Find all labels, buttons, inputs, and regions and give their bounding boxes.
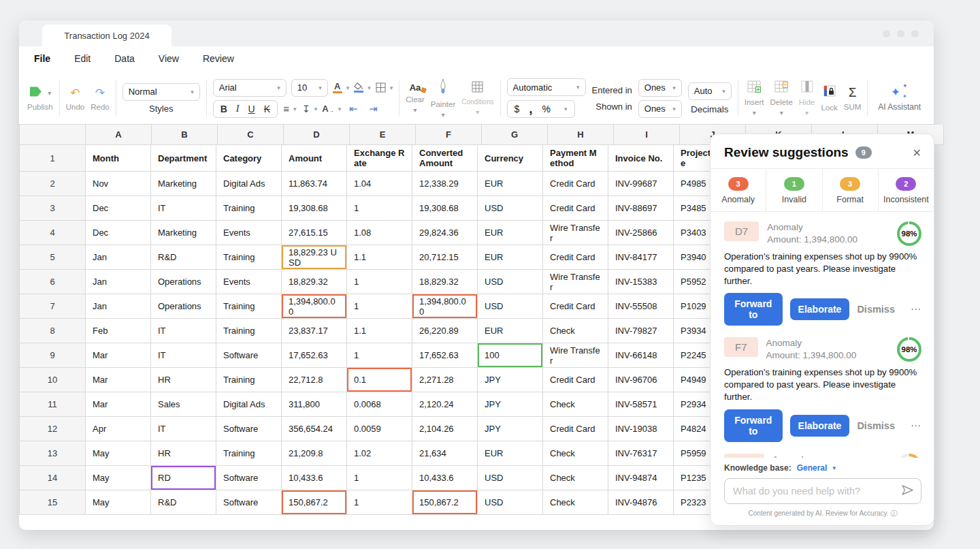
cell-A4[interactable]: Dec <box>86 221 151 245</box>
knowledge-base-select[interactable]: General <box>797 463 828 473</box>
cell-I6[interactable]: INV-15383 <box>608 270 674 294</box>
publish-button[interactable]: ▾ Publish <box>27 86 53 111</box>
cell-B14[interactable]: RD <box>151 466 216 490</box>
tab-format[interactable]: 3Format <box>823 169 879 211</box>
col-header-H[interactable]: H <box>548 125 614 145</box>
entered-in-select[interactable]: Ones ▾ <box>638 79 682 97</box>
cell-E2[interactable]: 1.04 <box>347 172 412 196</box>
cell-F15[interactable]: 150,867.2 <box>412 490 478 515</box>
cell-E7[interactable]: 1 <box>347 294 412 319</box>
cell-H10[interactable]: Credit Card <box>543 368 608 392</box>
cell-B8[interactable]: IT <box>151 319 216 343</box>
cell-D11[interactable]: 311,800 <box>282 392 347 417</box>
cell-I1[interactable]: Invoice No. <box>608 145 674 172</box>
increase-indent-button[interactable]: ⇥ <box>365 101 380 116</box>
borders-button[interactable]: ▾ <box>376 80 393 95</box>
dismiss-button[interactable]: Dismiss <box>857 420 895 431</box>
cell-H1[interactable]: Payment Method <box>543 145 608 172</box>
cell-reference-chip[interactable]: D7 <box>724 221 759 241</box>
cell-E9[interactable]: 1 <box>347 343 412 368</box>
cell-A9[interactable]: Mar <box>86 343 151 368</box>
row-number-11[interactable]: 11 <box>20 392 86 417</box>
insert-button[interactable]: Insert ▾ <box>745 80 764 116</box>
font-color-button[interactable]: A ▾ <box>333 80 350 95</box>
font-size-select[interactable]: 10 ▾ <box>291 79 328 97</box>
corner-cell[interactable] <box>20 125 86 145</box>
cell-F12[interactable]: 2,104.26 <box>412 417 478 441</box>
cell-G4[interactable]: EUR <box>478 221 543 245</box>
cell-G12[interactable]: JPY <box>478 417 543 441</box>
currency-format-button[interactable]: $ <box>514 104 520 114</box>
cell-D3[interactable]: 19,308.68 <box>282 196 347 221</box>
elaborate-button[interactable]: Elaborate <box>790 415 850 437</box>
col-header-E[interactable]: E <box>350 125 416 145</box>
row-number-3[interactable]: 3 <box>20 196 86 221</box>
cell-B4[interactable]: Marketing <box>151 221 216 245</box>
cell-I7[interactable]: INV-55508 <box>608 294 674 319</box>
delete-button[interactable]: Delete ▾ <box>770 80 793 116</box>
hide-button[interactable]: Hide ▾ <box>799 80 815 116</box>
cell-H11[interactable]: Check <box>543 392 608 417</box>
cell-H3[interactable]: Credit Card <box>543 196 608 221</box>
cell-D15[interactable]: 150,867.2 <box>282 490 347 515</box>
cell-I5[interactable]: INV-84177 <box>608 245 674 270</box>
more-options-icon[interactable]: ⋯ <box>911 420 921 432</box>
cell-G10[interactable]: JPY <box>478 368 543 392</box>
cell-I12[interactable]: INV-19038 <box>608 417 674 441</box>
cell-H2[interactable]: Credit Card <box>543 172 608 196</box>
cell-F4[interactable]: 29,824.36 <box>412 221 478 245</box>
shown-in-select[interactable]: Ones ▾ <box>638 100 682 118</box>
cell-D4[interactable]: 27,615.15 <box>282 221 347 245</box>
percent-format-button[interactable]: % <box>542 104 551 114</box>
cell-C9[interactable]: Software <box>216 343 282 368</box>
send-icon[interactable] <box>901 484 914 499</box>
comma-format-button[interactable]: , <box>529 106 532 112</box>
cell-B7[interactable]: Operations <box>151 294 216 319</box>
cell-I4[interactable]: INV-25866 <box>608 221 674 245</box>
menu-data[interactable]: Data <box>114 53 135 64</box>
window-control-icon[interactable] <box>897 30 904 37</box>
cell-G6[interactable]: USD <box>478 270 543 294</box>
close-icon[interactable]: ✕ <box>913 146 921 159</box>
cell-F13[interactable]: 21,634 <box>412 441 478 466</box>
chat-input[interactable] <box>733 486 901 497</box>
cell-A3[interactable]: Dec <box>86 196 151 221</box>
cell-F2[interactable]: 12,338.29 <box>412 172 478 196</box>
elaborate-button[interactable]: Elaborate <box>790 298 850 320</box>
decrease-indent-button[interactable]: ⇤ <box>346 101 361 116</box>
conditions-button[interactable]: Conditions ▾ <box>461 81 493 116</box>
cell-B13[interactable]: HR <box>151 441 216 466</box>
row-number-8[interactable]: 8 <box>20 319 86 343</box>
cell-D14[interactable]: 10,433.6 <box>282 466 347 490</box>
number-format-select[interactable]: Automatic ▾ <box>507 78 586 96</box>
window-control-icon[interactable] <box>883 30 890 37</box>
cell-D5[interactable]: 18,829.23 USD <box>282 245 347 270</box>
cell-A8[interactable]: Feb <box>86 319 151 343</box>
cell-E5[interactable]: 1.1 <box>347 245 412 270</box>
cell-I9[interactable]: INV-66148 <box>608 343 674 368</box>
cell-E8[interactable]: 1.1 <box>347 319 412 343</box>
cell-F3[interactable]: 19,308.68 <box>412 196 478 221</box>
cell-C7[interactable]: Training <box>216 294 282 319</box>
dismiss-button[interactable]: Dismiss <box>857 304 895 315</box>
cell-G11[interactable]: JPY <box>478 392 543 417</box>
cell-B5[interactable]: R&D <box>151 245 216 270</box>
col-header-A[interactable]: A <box>86 125 152 145</box>
cell-reference-chip[interactable]: F7 <box>724 337 758 357</box>
cell-A14[interactable]: May <box>86 466 151 490</box>
cell-I11[interactable]: INV-58571 <box>608 392 674 417</box>
row-number-2[interactable]: 2 <box>20 172 86 196</box>
row-number-14[interactable]: 14 <box>20 466 86 490</box>
cell-F8[interactable]: 26,220.89 <box>412 319 478 343</box>
cell-B9[interactable]: IT <box>151 343 216 368</box>
cell-I3[interactable]: INV-88697 <box>608 196 674 221</box>
cell-D9[interactable]: 17,652.63 <box>282 343 347 368</box>
col-header-F[interactable]: F <box>416 125 482 145</box>
cell-I13[interactable]: INV-76317 <box>608 441 674 466</box>
menu-edit[interactable]: Edit <box>74 53 91 64</box>
cell-I15[interactable]: INV-94876 <box>608 490 674 515</box>
cell-F6[interactable]: 18,829.32 <box>412 270 478 294</box>
col-header-D[interactable]: D <box>284 125 350 145</box>
cell-B6[interactable]: Operations <box>151 270 216 294</box>
cell-C5[interactable]: Training <box>216 245 282 270</box>
